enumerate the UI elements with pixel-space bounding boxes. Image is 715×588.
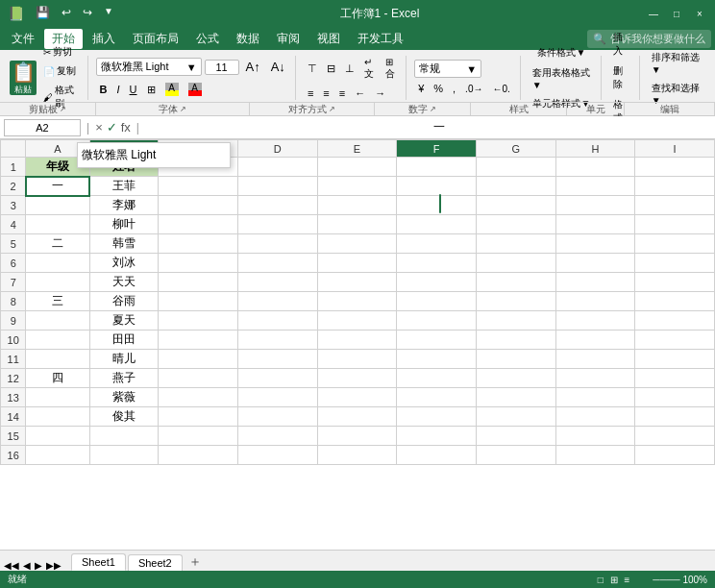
cell-E12[interactable] — [317, 369, 397, 388]
cell-F13[interactable] — [397, 388, 477, 407]
cell-H4[interactable] — [555, 215, 635, 234]
percent-button[interactable]: % — [430, 81, 447, 96]
cell-G5[interactable] — [476, 234, 555, 254]
align-left-button[interactable]: ≡ — [304, 86, 317, 101]
cell-D1[interactable] — [237, 158, 317, 177]
col-header-G[interactable]: G — [476, 140, 555, 158]
table-format-button[interactable]: 套用表格格式▼ — [529, 64, 595, 92]
cut-button[interactable]: ✂ 剪切 — [40, 43, 81, 61]
cell-B13[interactable]: 紫薇 — [89, 388, 159, 407]
cell-I12[interactable] — [635, 369, 715, 388]
col-header-F[interactable]: F — [397, 140, 477, 158]
menu-formula[interactable]: 公式 — [188, 29, 227, 49]
cell-A12[interactable]: 四 — [26, 369, 89, 388]
cell-I4[interactable] — [635, 215, 715, 234]
cell-A10[interactable] — [26, 331, 89, 350]
cell-A14[interactable] — [26, 407, 89, 427]
cell-C15[interactable] — [159, 427, 238, 446]
cell-F16[interactable] — [397, 446, 477, 465]
row-header-1[interactable]: 1 — [1, 158, 26, 177]
cell-I9[interactable] — [635, 311, 715, 331]
cell-F1[interactable] — [397, 158, 477, 177]
cell-I6[interactable] — [635, 254, 715, 273]
cell-C13[interactable] — [159, 388, 238, 407]
name-box[interactable]: A2 — [4, 119, 81, 136]
row-header-5[interactable]: 5 — [1, 234, 26, 254]
quick-access-redo[interactable]: ↪ — [83, 6, 92, 21]
sheet-nav-left[interactable]: ◀◀ — [4, 560, 19, 571]
cell-I11[interactable] — [635, 350, 715, 369]
underline-button[interactable]: U — [126, 82, 141, 97]
cell-H13[interactable] — [555, 388, 635, 407]
cell-E6[interactable] — [317, 254, 397, 273]
row-header-6[interactable]: 6 — [1, 254, 26, 273]
cell-B6[interactable]: 刘冰 — [89, 254, 159, 273]
cell-F7[interactable] — [397, 273, 477, 292]
cell-D3[interactable] — [237, 196, 317, 215]
cell-E14[interactable] — [317, 407, 397, 427]
cell-F10[interactable] — [397, 331, 477, 350]
row-header-4[interactable]: 4 — [1, 215, 26, 234]
cell-D7[interactable] — [237, 273, 317, 292]
cell-E15[interactable] — [317, 427, 397, 446]
cell-B2[interactable]: 王菲 — [89, 177, 159, 196]
menu-file[interactable]: 文件 — [4, 29, 42, 49]
font-name-selector[interactable]: 微软雅黑 Light ▼ — [96, 58, 202, 76]
copy-button[interactable]: 📄 复制 — [40, 62, 81, 80]
align-expand-icon[interactable]: ↗ — [329, 105, 335, 113]
cell-B8[interactable]: 谷雨 — [89, 292, 159, 311]
font-size-selector[interactable]: 11 — [205, 60, 239, 75]
cell-H9[interactable] — [555, 311, 635, 331]
cell-C2[interactable] — [159, 177, 238, 196]
cell-D11[interactable] — [237, 350, 317, 369]
cell-B5[interactable]: 韩雪 — [89, 234, 159, 254]
cell-D5[interactable] — [237, 234, 317, 254]
row-header-13[interactable]: 13 — [1, 388, 26, 407]
number-format-selector[interactable]: 常规 ▼ — [414, 60, 481, 78]
cell-E16[interactable] — [317, 446, 397, 465]
clipboard-expand-icon[interactable]: ↗ — [60, 105, 66, 113]
cell-D6[interactable] — [237, 254, 317, 273]
cell-H7[interactable] — [555, 273, 635, 292]
cell-H12[interactable] — [555, 369, 635, 388]
cell-I13[interactable] — [635, 388, 715, 407]
cell-I10[interactable] — [635, 331, 715, 350]
cell-E10[interactable] — [317, 331, 397, 350]
cell-H14[interactable] — [555, 407, 635, 427]
cell-I7[interactable] — [635, 273, 715, 292]
insert-function-button[interactable]: fx — [121, 120, 131, 135]
cell-A8[interactable]: 三 — [26, 292, 89, 311]
cell-H6[interactable] — [555, 254, 635, 273]
zoom-slider[interactable]: ──── 100% — [653, 575, 707, 585]
decrease-font-button[interactable]: A↓ — [267, 58, 289, 76]
normal-view-button[interactable]: □ — [598, 575, 604, 585]
cell-E3[interactable] — [317, 196, 397, 215]
cell-A3[interactable] — [26, 196, 89, 215]
cell-C9[interactable] — [159, 311, 238, 331]
quick-access-save[interactable]: 💾 — [36, 6, 50, 21]
col-header-H[interactable]: H — [555, 140, 635, 158]
cell-H1[interactable] — [555, 158, 635, 177]
cancel-formula-button[interactable]: × — [95, 120, 103, 135]
cell-B12[interactable]: 燕子 — [89, 369, 159, 388]
currency-button[interactable]: ¥ — [414, 81, 428, 96]
cell-E1[interactable] — [317, 158, 397, 177]
cell-H8[interactable] — [555, 292, 635, 311]
cell-I3[interactable] — [635, 196, 715, 215]
row-header-3[interactable]: 3 — [1, 196, 26, 215]
increase-font-button[interactable]: A↑ — [242, 58, 264, 76]
cell-A16[interactable] — [26, 446, 89, 465]
cell-H15[interactable] — [555, 427, 635, 446]
menu-page-layout[interactable]: 页面布局 — [125, 29, 186, 49]
cell-C16[interactable] — [159, 446, 238, 465]
cell-E8[interactable] — [317, 292, 397, 311]
cell-D4[interactable] — [237, 215, 317, 234]
cell-I5[interactable] — [635, 234, 715, 254]
confirm-formula-button[interactable]: ✓ — [107, 120, 117, 135]
cell-F5[interactable] — [397, 234, 477, 254]
cell-A15[interactable] — [26, 427, 89, 446]
menu-data[interactable]: 数据 — [229, 29, 267, 49]
row-header-10[interactable]: 10 — [1, 331, 26, 350]
cell-A7[interactable] — [26, 273, 89, 292]
row-header-7[interactable]: 7 — [1, 273, 26, 292]
